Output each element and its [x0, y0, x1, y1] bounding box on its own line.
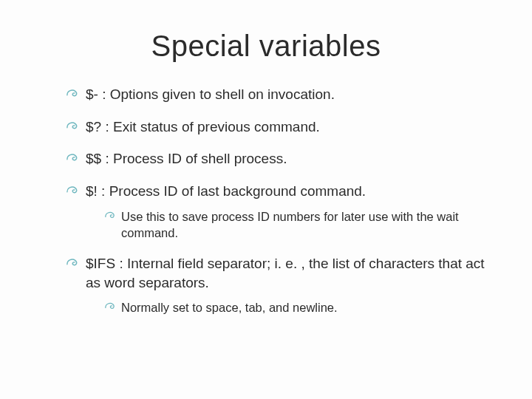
- swirl-bullet-icon: [66, 257, 80, 267]
- swirl-bullet-icon: [105, 301, 117, 310]
- sub-list-item: Use this to save process ID numbers for …: [105, 208, 488, 242]
- sub-list-item: Normally set to space, tab, and newline.: [105, 299, 488, 316]
- list-item-text: $- : Options given to shell on invocatio…: [86, 86, 335, 102]
- swirl-bullet-icon: [66, 120, 80, 131]
- bullet-list: $- : Options given to shell on invocatio…: [66, 85, 488, 316]
- slide-title: Special variables: [44, 30, 488, 63]
- slide: Special variables $- : Options given to …: [0, 0, 532, 399]
- list-item: $? : Exit status of previous command.: [66, 117, 488, 137]
- swirl-bullet-icon: [66, 152, 80, 163]
- list-item-text: $? : Exit status of previous command.: [86, 119, 320, 134]
- sub-list-item-text: Use this to save process ID numbers for …: [121, 210, 459, 239]
- list-item: $- : Options given to shell on invocatio…: [66, 85, 488, 104]
- list-item: $$ : Process ID of shell process.: [66, 149, 488, 168]
- list-item-text: $IFS : Internal field separator; i. e. ,…: [86, 256, 485, 290]
- list-item-text: $! : Process ID of last background comma…: [86, 183, 366, 199]
- sub-list-item-text: Normally set to space, tab, and newline.: [121, 301, 338, 314]
- sub-list: Normally set to space, tab, and newline.: [105, 299, 488, 316]
- list-item-text: $$ : Process ID of shell process.: [86, 151, 287, 166]
- swirl-bullet-icon: [66, 88, 80, 98]
- list-item: $! : Process ID of last background comma…: [66, 182, 488, 241]
- swirl-bullet-icon: [105, 211, 117, 219]
- swirl-bullet-icon: [66, 185, 80, 195]
- list-item: $IFS : Internal field separator; i. e. ,…: [66, 254, 488, 316]
- sub-list: Use this to save process ID numbers for …: [105, 208, 488, 242]
